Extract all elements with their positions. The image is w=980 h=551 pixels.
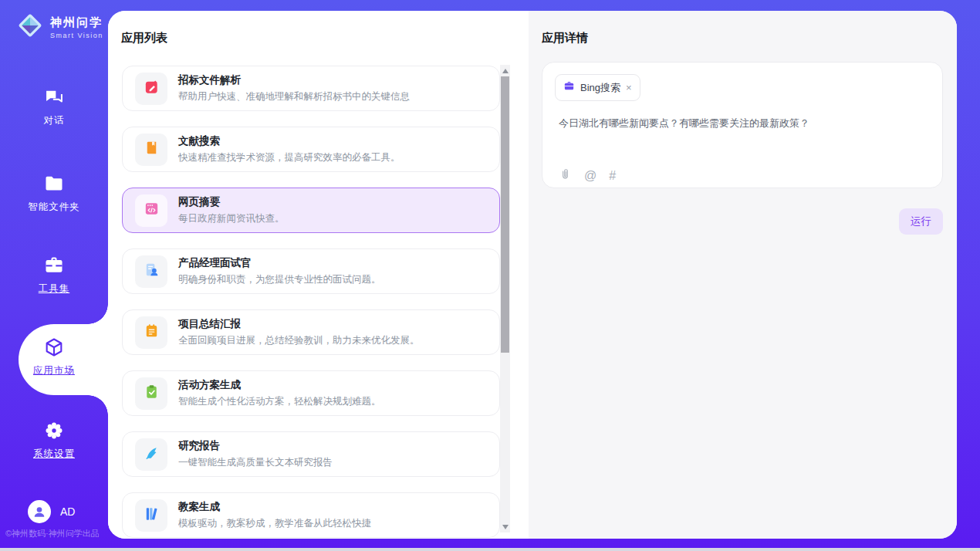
sidebar-item-label: 应用市场 (0, 364, 108, 377)
scroll-down-arrow[interactable] (500, 522, 510, 532)
diamond-logo-icon (15, 11, 45, 43)
app-detail-title: 应用详情 (542, 31, 588, 46)
app-list-title: 应用列表 (121, 31, 167, 46)
hash-icon[interactable]: # (609, 169, 616, 183)
close-icon[interactable]: × (626, 83, 632, 93)
app-card[interactable]: 招标文件解析 帮助用户快速、准确地理解和解析招标书中的关键信息 (122, 66, 500, 111)
query-text[interactable]: 今日湖北有哪些新闻要点？有哪些需要关注的最新政策？ (559, 117, 927, 130)
app-name: 招标文件解析 (178, 73, 410, 87)
app-desc: 明确身份和职责，为您提供专业性的面试问题。 (178, 273, 381, 286)
folder-icon (43, 173, 65, 194)
app-name: 活动方案生成 (178, 378, 381, 392)
sidebar-item-label: 系统设置 (0, 448, 108, 461)
prompt-card: Bing搜索 × 今日湖北有哪些新闻要点？有哪些需要关注的最新政策？ @ # (542, 62, 943, 188)
gear-icon (43, 420, 65, 441)
brand-logo: 神州问学 Smart Vision (15, 11, 103, 43)
app-list-panel: 应用列表 招标文件解析 帮助用户快速、准确地理解和解析招标书中的关键信息 文献搜… (108, 11, 529, 539)
bid-edit-icon (143, 78, 161, 99)
sidebar-item-label: 对话 (0, 114, 108, 127)
toolbox-icon (43, 255, 65, 276)
app-card[interactable]: 研究报告 一键智能生成高质量长文本研究报告 (122, 431, 500, 477)
scrollbar[interactable] (500, 65, 510, 532)
user-name: AD (60, 505, 75, 518)
person-avatar-icon (28, 500, 51, 523)
app-desc: 一键智能生成高质量长文本研究报告 (178, 456, 333, 469)
research-report-icon (143, 444, 161, 465)
sidebar-item-smart-folder[interactable]: 智能文件夹 (0, 173, 108, 214)
user-account[interactable]: AD (28, 500, 75, 523)
run-button[interactable]: 运行 (899, 208, 943, 235)
bottom-strip (0, 548, 980, 551)
tool-chip-label: Bing搜索 (580, 81, 620, 95)
sidebar-footer-text: ©神州数码·神州问学出品 (5, 528, 100, 539)
summary-note-icon (143, 322, 161, 343)
main-content: 应用列表 招标文件解析 帮助用户快速、准确地理解和解析招标书中的关键信息 文献搜… (108, 11, 957, 539)
sidebar: 神州问学 Smart Vision 对话 智能文件夹 (0, 0, 108, 548)
brand-name: 神州问学 (50, 15, 103, 29)
app-name: 产品经理面试官 (178, 256, 381, 270)
sidebar-item-toolset[interactable]: 工具集 (0, 255, 108, 296)
app-card[interactable]: 教案生成 模板驱动，教案秒成，教学准备从此轻松快捷 (122, 492, 500, 538)
paperclip-icon[interactable] (559, 167, 572, 184)
app-name: 项目总结汇报 (178, 317, 420, 331)
app-desc: 每日政府新闻资讯快查。 (178, 212, 285, 225)
app-desc: 快速精准查找学术资源，提高研究效率的必备工具。 (178, 151, 400, 164)
app-desc: 智能生成个性化活动方案，轻松解决规划难题。 (178, 395, 381, 408)
sidebar-item-settings[interactable]: 系统设置 (0, 420, 108, 461)
sidebar-item-app-market[interactable]: 应用市场 (0, 336, 108, 377)
lesson-plan-icon (143, 505, 161, 526)
sidebar-item-chat[interactable]: 对话 (0, 86, 108, 127)
app-detail-panel: 应用详情 Bing搜索 × 今日湖北有哪些新闻要点？有哪些需要关注的最新政策？ (529, 11, 957, 539)
scroll-thumb[interactable] (501, 76, 509, 353)
brand-subtitle: Smart Vision (50, 32, 103, 39)
cube-icon (43, 336, 65, 358)
app-name: 文献搜索 (178, 134, 400, 148)
tool-chip-bing-search[interactable]: Bing搜索 × (555, 74, 640, 101)
app-list: 招标文件解析 帮助用户快速、准确地理解和解析招标书中的关键信息 文献搜索 快速精… (122, 66, 500, 539)
app-card[interactable]: 网页摘要 每日政府新闻资讯快查。 (122, 188, 500, 233)
webpage-code-icon (143, 200, 161, 221)
scroll-up-arrow[interactable] (500, 66, 510, 76)
sidebar-item-label: 智能文件夹 (0, 201, 108, 214)
at-icon[interactable]: @ (584, 169, 596, 183)
activity-plan-icon (143, 383, 161, 404)
app-name: 教案生成 (178, 500, 371, 514)
app-name: 网页摘要 (178, 195, 285, 209)
literature-book-icon (143, 139, 161, 160)
briefcase-icon (563, 80, 575, 95)
chat-icon (43, 86, 65, 108)
sidebar-item-label: 工具集 (0, 282, 108, 296)
app-card[interactable]: 项目总结汇报 全面回顾项目进展，总结经验教训，助力未来优化发展。 (122, 309, 500, 355)
app-card[interactable]: 文献搜索 快速精准查找学术资源，提高研究效率的必备工具。 (122, 127, 500, 172)
interviewer-icon (143, 261, 161, 282)
app-card[interactable]: 活动方案生成 智能生成个性化活动方案，轻松解决规划难题。 (122, 370, 500, 416)
app-desc: 帮助用户快速、准确地理解和解析招标书中的关键信息 (178, 90, 410, 103)
app-desc: 模板驱动，教案秒成，教学准备从此轻松快捷 (178, 517, 371, 530)
app-desc: 全面回顾项目进展，总结经验教训，助力未来优化发展。 (178, 334, 420, 347)
app-name: 研究报告 (178, 439, 333, 453)
composer-toolbar: @ # (559, 167, 616, 184)
app-card[interactable]: 产品经理面试官 明确身份和职责，为您提供专业性的面试问题。 (122, 248, 500, 294)
